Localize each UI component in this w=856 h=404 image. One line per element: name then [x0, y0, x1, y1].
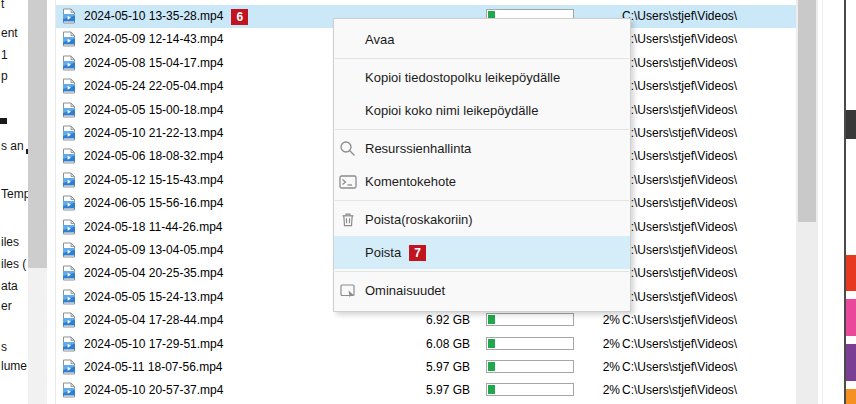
file-path: C:\Users\stjef\Videos\ [622, 169, 737, 192]
video-file-icon [61, 265, 77, 281]
file-name: 2024-05-04 20-25-35.mp4 [84, 262, 223, 285]
menu-item-poista[interactable]: Poista7 [334, 236, 630, 269]
file-path: C:\Users\stjef\Videos\ [622, 28, 737, 51]
search-icon [339, 140, 357, 158]
file-row[interactable]: C:\Users\stjef\Videos\ [56, 0, 796, 5]
file-size: 5.97 GB [356, 379, 470, 402]
menu-item-label: Avaa [365, 32, 394, 47]
file-path: C:\Users\stjef\Videos\ [622, 5, 737, 28]
menu-item-label: Poista(roskakoriin) [365, 212, 473, 227]
file-name: 2024-05-18 11-44-26.mp4 [84, 216, 223, 239]
sidebar-text-fragment: t [1, 0, 4, 11]
treemap-block[interactable] [846, 110, 856, 139]
file-path: C:\Users\stjef\Videos\ [622, 239, 737, 262]
file-path: C:\Users\stjef\Videos\ [622, 122, 737, 145]
file-name: 2024-05-10 17-29-51.mp4 [84, 333, 223, 356]
video-file-icon [61, 289, 77, 305]
file-size: 5.97 GB [356, 356, 470, 379]
treemap-block[interactable] [846, 255, 856, 291]
sidebar-scrollbar[interactable] [28, 0, 47, 404]
context-menu: AvaaKopioi tiedostopolku leikepöydälleKo… [333, 18, 631, 312]
menu-item-kopioi-koko-nimi-leikep-yd-lle[interactable]: Kopioi koko nimi leikepöydälle [334, 94, 630, 127]
video-file-icon [61, 55, 77, 71]
menu-item-resurssienhallinta[interactable]: Resurssienhallinta [334, 132, 630, 165]
sidebar-text-fragment: Temp [1, 187, 30, 201]
menu-item-label: Kopioi tiedostopolku leikepöydälle [365, 70, 560, 85]
file-path: C:\Users\stjef\Videos\ [622, 99, 737, 122]
file-row[interactable]: 2024-05-10 17-29-51.mp46.08 GB2%C:\Users… [56, 333, 796, 356]
file-path: C:\Users\stjef\Videos\ [622, 75, 737, 98]
menu-item-ominaisuudet[interactable]: Ominaisuudet [334, 274, 630, 307]
treemap-block[interactable] [846, 389, 856, 404]
file-percent: 2% [556, 333, 620, 356]
file-path: C:\Users\stjef\Videos\ [622, 52, 737, 75]
video-file-icon [61, 195, 77, 211]
video-file-icon [61, 242, 77, 258]
file-name: 2024-05-10 13-35-28.mp46 [84, 5, 248, 28]
file-name: 2024-05-08 15-04-17.mp4 [84, 52, 223, 75]
video-file-icon [61, 219, 77, 235]
sidebar-text-fragment: s [1, 340, 7, 354]
video-file-icon [61, 102, 77, 118]
treemap-block[interactable] [846, 344, 856, 381]
file-row[interactable]: 2024-05-04 17-28-44.mp46.92 GB2%C:\Users… [56, 309, 796, 332]
sidebar-text-fragment: s an [1, 139, 24, 153]
sidebar-scrollbar-thumb[interactable] [28, 0, 47, 268]
file-name: 2024-05-10 21-22-13.mp4 [84, 122, 223, 145]
file-size: 6.92 GB [356, 309, 470, 332]
trash-icon [339, 211, 357, 229]
usage-bar-fill [488, 385, 495, 394]
file-path: C:\Users\stjef\Videos\ [622, 145, 737, 168]
file-percent: 2% [556, 309, 620, 332]
file-path: C:\Users\stjef\Videos\ [622, 379, 737, 402]
file-path: C:\Users\stjef\Videos\ [622, 286, 737, 309]
file-name: 2024-06-05 15-56-16.mp4 [84, 192, 223, 215]
file-row[interactable]: 2024-05-10 20-57-37.mp45.97 GB2%C:\Users… [56, 379, 796, 402]
video-file-icon [61, 336, 77, 352]
menu-separator [335, 271, 629, 272]
treemap-block[interactable] [846, 299, 856, 336]
file-percent: 2% [556, 356, 620, 379]
file-row[interactable]: 2024-05-11 18-07-56.mp45.97 GB2%C:\Users… [56, 356, 796, 379]
menu-separator [335, 129, 629, 130]
video-file-icon [61, 172, 77, 188]
menu-separator [335, 58, 629, 59]
menu-item-label: Ominaisuudet [365, 283, 445, 298]
video-file-icon [61, 312, 77, 328]
file-path: C:\Users\stjef\Videos\ [622, 262, 737, 285]
usage-bar-fill [488, 362, 495, 371]
sidebar-text-mark [0, 118, 7, 124]
usage-bar-fill [488, 339, 495, 348]
sidebar-text-fragment: iles ( [1, 257, 26, 271]
video-file-icon [61, 148, 77, 164]
sidebar-text-fragment: iles [1, 235, 19, 249]
menu-item-label: Komentokehote [365, 174, 456, 189]
file-path: C:\Users\stjef\Videos\ [622, 192, 737, 215]
video-file-icon [61, 125, 77, 141]
sidebar-text-fragment: p [1, 69, 8, 83]
file-percent: 2% [556, 379, 620, 402]
video-file-icon [61, 359, 77, 375]
menu-separator [335, 200, 629, 201]
menu-item-avaa[interactable]: Avaa [334, 23, 630, 56]
panel-divider-right [822, 0, 823, 404]
menu-item-poista-roskakoriin[interactable]: Poista(roskakoriin) [334, 203, 630, 236]
annotation-badge-6: 6 [231, 9, 248, 25]
file-size: 6.08 GB [356, 333, 470, 356]
disk-analyzer-window: tent1ps anTempilesiles (ataerslume C:\Us… [0, 0, 856, 404]
file-path: C:\Users\stjef\Videos\ [622, 309, 737, 332]
file-name: 2024-05-11 18-07-56.mp4 [84, 356, 223, 379]
file-name: 2024-05-12 15-15-43.mp4 [84, 169, 223, 192]
file-name: 2024-05-09 13-04-05.mp4 [84, 239, 223, 262]
file-name: 2024-05-10 20-57-37.mp4 [84, 379, 223, 402]
file-path: C:\Users\stjef\Videos\ [622, 216, 737, 239]
menu-item-komentokehote[interactable]: Komentokehote [334, 165, 630, 198]
sidebar-text-fragment: ent [1, 26, 18, 40]
file-list-scrollbar-thumb[interactable] [798, 0, 816, 222]
menu-item-kopioi-tiedostopolku-leikep-yd-lle[interactable]: Kopioi tiedostopolku leikepöydälle [334, 61, 630, 94]
sidebar-text-fragment: ata [1, 279, 18, 293]
file-list-scrollbar[interactable] [796, 0, 818, 404]
menu-item-label: Resurssienhallinta [365, 141, 471, 156]
video-file-icon [61, 78, 77, 94]
usage-bar-fill [488, 315, 495, 324]
